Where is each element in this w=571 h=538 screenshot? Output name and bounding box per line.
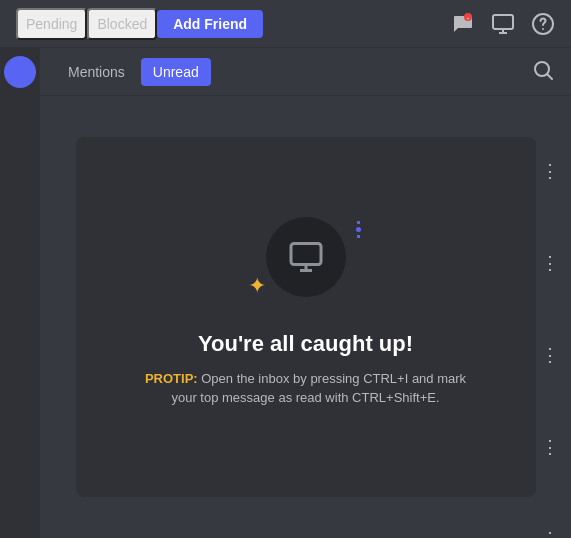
illustration: ✦ bbox=[246, 207, 366, 307]
right-panel-items: ⋮ ⋮ ⋮ ⋮ ⋮ bbox=[537, 156, 563, 538]
content-area: Mentions Unread ⋮ ⋮ ⋮ ⋮ ⋮ bbox=[40, 48, 571, 538]
monitor-circle bbox=[266, 217, 346, 297]
svg-point-6 bbox=[542, 28, 544, 30]
protip-label: PROTIP: bbox=[145, 371, 198, 386]
context-menu-button-2[interactable]: ⋮ bbox=[537, 248, 563, 278]
context-menu-button-4[interactable]: ⋮ bbox=[537, 432, 563, 462]
sparkle-yellow-icon: ✦ bbox=[248, 273, 266, 299]
search-button[interactable] bbox=[531, 58, 555, 86]
sub-nav: Mentions Unread bbox=[40, 48, 571, 96]
context-menu-button-1[interactable]: ⋮ bbox=[537, 156, 563, 186]
blocked-tab[interactable]: Blocked bbox=[87, 8, 157, 40]
svg-line-8 bbox=[548, 74, 553, 79]
pending-tab[interactable]: Pending bbox=[16, 8, 87, 40]
mentions-tab[interactable]: Mentions bbox=[56, 58, 137, 86]
context-menu-button-3[interactable]: ⋮ bbox=[537, 340, 563, 370]
top-nav: Pending Blocked Add Friend + bbox=[0, 0, 571, 48]
sparkle-dots-icon bbox=[356, 221, 361, 238]
svg-text:+: + bbox=[467, 15, 470, 21]
content-body: ⋮ ⋮ ⋮ ⋮ ⋮ bbox=[40, 96, 571, 538]
caught-up-card: ✦ You're all caught up! PROTIP: Open the… bbox=[76, 137, 536, 497]
unread-tab[interactable]: Unread bbox=[141, 58, 211, 86]
add-friend-button[interactable]: Add Friend bbox=[157, 10, 263, 38]
svg-rect-9 bbox=[291, 243, 321, 264]
avatar bbox=[4, 56, 36, 88]
top-nav-icons: + bbox=[451, 12, 555, 36]
help-icon[interactable] bbox=[531, 12, 555, 36]
main-layout: Mentions Unread ⋮ ⋮ ⋮ ⋮ ⋮ bbox=[0, 48, 571, 538]
monitor-icon[interactable] bbox=[491, 12, 515, 36]
chat-icon[interactable]: + bbox=[451, 12, 475, 36]
card-tip: PROTIP: Open the inbox by pressing CTRL+… bbox=[136, 369, 476, 408]
tip-text: Open the inbox by pressing CTRL+I and ma… bbox=[171, 371, 466, 406]
card-title: You're all caught up! bbox=[198, 331, 413, 357]
sidebar bbox=[0, 48, 40, 538]
svg-rect-2 bbox=[493, 15, 513, 29]
context-menu-button-5[interactable]: ⋮ bbox=[537, 524, 563, 538]
